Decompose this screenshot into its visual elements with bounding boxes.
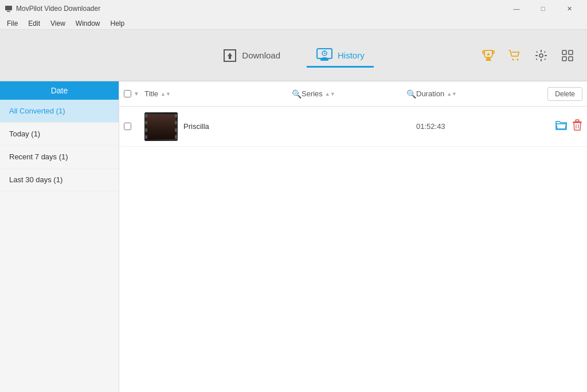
minimize-button[interactable]: — <box>503 0 530 17</box>
close-button[interactable]: ✕ <box>556 0 582 17</box>
svg-rect-21 <box>569 57 573 61</box>
select-all-checkbox[interactable] <box>124 90 131 97</box>
download-tab-icon <box>222 48 237 63</box>
svg-rect-2 <box>224 49 236 50</box>
series-search-icon[interactable]: 🔍 <box>406 89 416 99</box>
svg-point-16 <box>517 58 519 60</box>
menu-bar: File Edit View Window Help <box>0 17 587 30</box>
row-thumbnail <box>144 112 178 141</box>
grid-button[interactable] <box>557 45 578 66</box>
svg-rect-19 <box>569 50 573 54</box>
thumbnail-image <box>144 112 178 141</box>
svg-rect-5 <box>235 49 236 62</box>
open-folder-icon <box>555 119 568 131</box>
svg-rect-9 <box>322 57 327 59</box>
duration-sort-icon: ▲▼ <box>447 91 457 97</box>
series-sort-icon: ▲▼ <box>325 91 335 97</box>
row-checkbox-area <box>124 123 144 130</box>
sidebar-item-all-converted[interactable]: All Converted (1) <box>0 100 119 123</box>
settings-button[interactable] <box>531 45 551 66</box>
svg-rect-3 <box>224 61 236 62</box>
title-column-header: Title ▲▼ 🔍 <box>144 89 302 99</box>
toolbar: Download History <box>0 30 587 81</box>
toolbar-right-icons <box>478 45 578 66</box>
sidebar-item-recent-7[interactable]: Recent 7 days (1) <box>0 146 119 168</box>
row-title-cell: Priscilla <box>144 112 302 141</box>
trash-icon <box>572 119 582 131</box>
table-row: Priscilla 01:52:43 <box>119 107 587 147</box>
svg-rect-11 <box>324 52 325 53</box>
maximize-button[interactable]: □ <box>530 0 556 17</box>
trophy-button[interactable] <box>478 45 499 66</box>
settings-icon <box>534 49 548 62</box>
row-actions-cell <box>531 119 582 134</box>
history-tab-label: History <box>338 50 365 60</box>
table-header: ▼ Title ▲▼ 🔍 Series ▲▼ 🔍 Duration ▲▼ Del… <box>119 81 587 107</box>
svg-point-17 <box>539 54 543 57</box>
row-title-text: Priscilla <box>183 122 209 131</box>
app-title: MovPilot Video Downloader <box>16 5 100 13</box>
svg-rect-0 <box>5 6 12 10</box>
expand-icon: ▼ <box>134 91 139 97</box>
menu-view[interactable]: View <box>46 18 70 29</box>
actions-column-header: Delete <box>531 87 582 101</box>
svg-rect-20 <box>562 57 566 61</box>
app-title-area: MovPilot Video Downloader <box>5 5 100 13</box>
cart-button[interactable] <box>504 45 525 66</box>
row-duration-value: 01:52:43 <box>416 122 445 131</box>
main-content: Date All Converted (1) Today (1) Recent … <box>0 81 587 392</box>
header-checkbox-area: ▼ <box>124 90 144 97</box>
sidebar-date-header: Date <box>0 81 119 100</box>
cart-icon <box>508 49 522 62</box>
delete-row-button[interactable] <box>572 119 582 134</box>
svg-rect-18 <box>562 50 566 54</box>
row-duration-cell: 01:52:43 <box>416 122 531 131</box>
menu-window[interactable]: Window <box>71 18 105 29</box>
trophy-icon <box>482 49 495 62</box>
menu-file[interactable]: File <box>2 18 22 29</box>
title-bar: MovPilot Video Downloader — □ ✕ <box>0 0 587 17</box>
history-tab-icon <box>316 48 333 62</box>
open-folder-button[interactable] <box>555 119 568 134</box>
svg-rect-12 <box>324 53 326 54</box>
series-column-label: Series <box>302 89 323 98</box>
title-column-label: Title <box>144 89 158 98</box>
svg-rect-8 <box>320 59 328 61</box>
grid-icon <box>561 49 574 62</box>
menu-edit[interactable]: Edit <box>24 18 45 29</box>
window-controls: — □ ✕ <box>503 0 582 17</box>
series-column-header: Series ▲▼ 🔍 <box>302 89 416 99</box>
toolbar-tabs: Download History <box>213 43 373 68</box>
tab-download[interactable]: Download <box>213 44 289 68</box>
menu-help[interactable]: Help <box>106 18 130 29</box>
tab-history[interactable]: History <box>307 43 374 68</box>
sidebar: Date All Converted (1) Today (1) Recent … <box>0 81 119 392</box>
title-sort-icon: ▲▼ <box>161 91 171 97</box>
content-area: ▼ Title ▲▼ 🔍 Series ▲▼ 🔍 Duration ▲▼ Del… <box>119 81 587 392</box>
svg-rect-23 <box>576 120 579 121</box>
app-icon <box>5 5 13 13</box>
svg-rect-1 <box>7 11 10 12</box>
duration-column-header: Duration ▲▼ <box>416 89 531 98</box>
delete-button[interactable]: Delete <box>547 87 582 101</box>
sidebar-item-last-30[interactable]: Last 30 days (1) <box>0 168 119 191</box>
svg-marker-6 <box>228 53 232 59</box>
svg-rect-4 <box>224 49 225 62</box>
download-tab-label: Download <box>242 50 280 60</box>
table-body: Priscilla 01:52:43 <box>119 107 587 147</box>
duration-column-label: Duration <box>416 89 444 98</box>
svg-point-15 <box>512 58 514 60</box>
title-search-icon[interactable]: 🔍 <box>292 89 302 99</box>
row-select-checkbox[interactable] <box>124 123 131 130</box>
sidebar-item-today[interactable]: Today (1) <box>0 123 119 146</box>
svg-rect-14 <box>486 60 491 61</box>
